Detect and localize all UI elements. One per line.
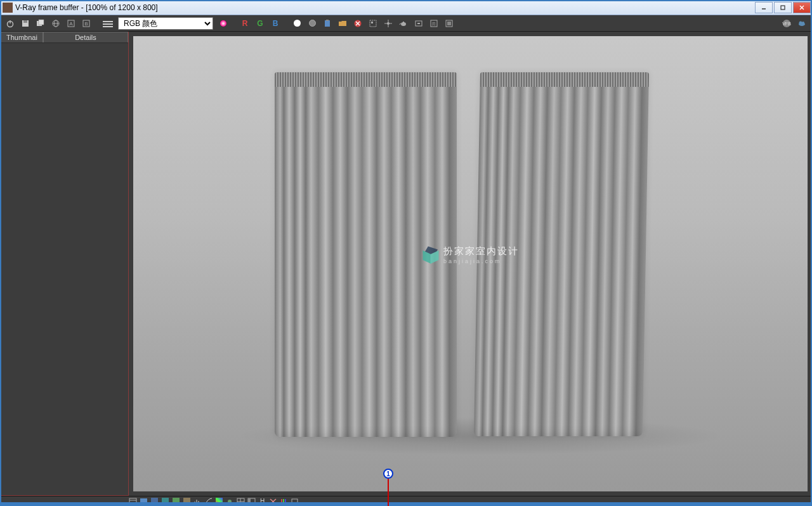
viewport[interactable]: 扮家家室内设计 banjiajia.com 1	[129, 32, 812, 496]
region-icon[interactable]	[366, 16, 380, 30]
svg-rect-9	[39, 20, 44, 25]
cloud-icon[interactable]	[795, 16, 809, 30]
watermark-logo-icon	[422, 247, 438, 263]
svg-rect-29	[403, 22, 404, 23]
svg-point-17	[220, 20, 226, 27]
svg-text:B: B	[84, 21, 88, 27]
annotation-badge: 1	[383, 469, 393, 479]
vr-icon[interactable]: 田	[427, 16, 441, 30]
svg-text:A: A	[69, 21, 73, 27]
green-channel-button[interactable]: G	[253, 16, 267, 30]
channel-select[interactable]: RGB 颜色	[118, 17, 213, 30]
annotation-arrow-icon	[388, 479, 389, 506]
main-area: Thumbnai Details 扮家家室内设计 banjiajia.	[0, 32, 812, 496]
stop-icon[interactable]	[351, 16, 365, 30]
svg-point-27	[387, 22, 390, 25]
svg-text:田: 田	[432, 22, 436, 26]
svg-rect-35	[447, 22, 451, 25]
toolbar: A B RGB 颜色 R G B 田 VFB	[0, 15, 812, 32]
svg-rect-24	[371, 22, 373, 23]
svg-point-39	[799, 21, 802, 24]
blue-channel-button[interactable]: B	[268, 16, 282, 30]
save-all-icon[interactable]	[34, 16, 48, 30]
tab-details[interactable]: Details	[43, 32, 128, 42]
teapot-icon[interactable]	[396, 16, 410, 30]
titlebar: V-Ray frame buffer - [100% of 1200 x 800…	[0, 0, 812, 15]
link-icon[interactable]	[412, 16, 426, 30]
svg-rect-18	[325, 20, 330, 27]
window-controls	[755, 2, 812, 13]
power-icon[interactable]	[3, 16, 17, 30]
render-image: 扮家家室内设计 banjiajia.com	[133, 36, 808, 491]
mono-white-icon[interactable]	[290, 16, 304, 30]
mono-gray-icon[interactable]	[305, 16, 319, 30]
svg-rect-7	[23, 20, 27, 23]
render-frame: 扮家家室内设计 banjiajia.com	[131, 34, 809, 493]
red-channel-button[interactable]: R	[238, 16, 252, 30]
svg-rect-1	[781, 6, 785, 10]
svg-rect-19	[326, 20, 329, 21]
watermark-title: 扮家家室内设计	[443, 245, 519, 257]
globe-icon[interactable]	[49, 16, 63, 30]
track-mouse-icon[interactable]	[381, 16, 395, 30]
folder-icon[interactable]	[336, 16, 350, 30]
menu-icon[interactable]	[101, 16, 115, 30]
minimize-button[interactable]	[755, 2, 773, 13]
close-button[interactable]	[793, 2, 811, 13]
color-wheel-icon[interactable]	[216, 16, 230, 30]
svg-point-40	[802, 22, 804, 24]
svg-text:VFB: VFB	[782, 22, 791, 26]
watermark: 扮家家室内设计 banjiajia.com	[422, 245, 519, 264]
history-panel: Thumbnai Details	[0, 32, 129, 496]
clipboard-icon[interactable]	[320, 16, 334, 30]
layers-icon[interactable]	[442, 16, 456, 30]
info-icon[interactable]: VFB	[780, 16, 794, 30]
maximize-button[interactable]	[774, 2, 792, 13]
window-title: V-Ray frame buffer - [100% of 1200 x 800…	[15, 3, 755, 12]
tab-thumbnail[interactable]: Thumbnai	[1, 32, 43, 42]
a-channel-icon[interactable]: A	[64, 16, 78, 30]
sidebar-tabs: Thumbnai Details	[1, 32, 128, 43]
watermark-subtitle: banjiajia.com	[443, 258, 519, 264]
app-icon	[3, 3, 13, 13]
b-channel-icon[interactable]: B	[79, 16, 93, 30]
save-icon[interactable]	[18, 16, 32, 30]
bottom-border	[0, 502, 812, 506]
